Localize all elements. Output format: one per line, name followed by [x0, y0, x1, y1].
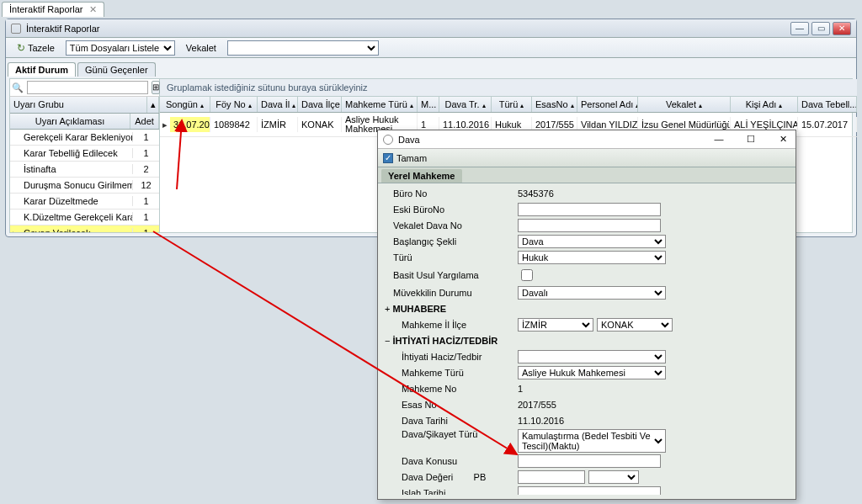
- ihtiyati-select[interactable]: [518, 350, 666, 363]
- window-title: İnteraktif Raporlar: [26, 24, 99, 34]
- grid-col[interactable]: M... ▴: [418, 97, 439, 112]
- sidebar-header-1[interactable]: Uyarı Grubu ▴: [10, 97, 159, 114]
- sidebar-item[interactable]: İstinafta2: [10, 162, 159, 178]
- sidebar-item-count: 1: [132, 148, 159, 158]
- buro-no-value: 5345376: [518, 188, 790, 199]
- app-tab[interactable]: İnteraktif Raporlar ✕: [2, 2, 104, 17]
- file-filter-select[interactable]: Tüm Dosyaları Listele: [66, 40, 175, 56]
- subtab-strip: Aktif Durum Günü Geçenler: [6, 58, 856, 77]
- tab-gunu-gecenler[interactable]: Günü Geçenler: [77, 62, 156, 77]
- grid-col[interactable]: EsasNo ▴: [532, 97, 577, 112]
- sidebar-item-count: 1: [132, 212, 159, 222]
- sidebar-item[interactable]: K.Düzeltme Gerekçeli Karar Bekleniyor1: [10, 210, 159, 225]
- tab-yerel-mahkeme[interactable]: Yerel Mahkeme: [381, 169, 462, 183]
- sidebar-item[interactable]: Duruşma Sonucu Girilmemiş12: [10, 178, 159, 194]
- tab-aktif-durum[interactable]: Aktif Durum: [8, 62, 76, 77]
- search-input[interactable]: [27, 81, 148, 94]
- minimize-button[interactable]: —: [790, 22, 809, 35]
- sidebar-item-count: 1: [132, 132, 159, 142]
- sidebar-item-count: 1: [132, 196, 159, 206]
- sidebar: 🔍 ⊞ ⊟ Uyarı Grubu ▴ Uyarı Açıklaması Ade…: [10, 79, 160, 232]
- tamam-label: Tamam: [396, 153, 427, 163]
- app-icon: [11, 24, 21, 34]
- refresh-button[interactable]: Tazele: [11, 40, 61, 56]
- app-tab-label: İnteraktif Raporlar: [9, 4, 82, 14]
- eski-buro-input[interactable]: [518, 203, 661, 216]
- maximize-button[interactable]: ▭: [811, 22, 830, 35]
- grid-col[interactable]: Dava İlçe ▴: [298, 97, 342, 112]
- grid-col[interactable]: Dava Tebell... ▴: [798, 97, 857, 112]
- sidebar-item[interactable]: ▸Cevap Verilecek1: [10, 225, 159, 232]
- group-hint: Gruplamak istediğiniz sütunu buraya sürü…: [160, 79, 857, 97]
- dialog-minimize-button[interactable]: —: [711, 134, 726, 145]
- sidebar-item-count: 2: [132, 164, 159, 174]
- basit-usul-checkbox[interactable]: [521, 268, 533, 282]
- turu-select[interactable]: Hukuk: [518, 251, 666, 264]
- grid-cell: 31.07.2017: [170, 117, 210, 132]
- grid-cell: 1089842: [210, 117, 258, 132]
- group-ihtiyati[interactable]: İHTİYATİ HACİZ/TEDBİR: [383, 336, 518, 346]
- dialog-close-button[interactable]: ✕: [775, 134, 790, 145]
- grid-col[interactable]: Mahkeme Türü ▴: [342, 97, 418, 112]
- close-icon[interactable]: ✕: [89, 4, 97, 14]
- chevron-up-icon: ▴: [147, 97, 159, 113]
- sidebar-item-label: K.Düzeltme Gerekçeli Karar Bekleniyor: [20, 210, 132, 225]
- grid-cell: KONAK: [298, 117, 342, 132]
- grid-col[interactable]: Vekalet ▴: [638, 97, 731, 112]
- sidebar-header-2[interactable]: Uyarı Açıklaması Adet: [10, 114, 159, 130]
- sidebar-item-count: 1: [132, 228, 159, 232]
- sidebar-item-count: 12: [132, 180, 159, 190]
- sidebar-item-label: Duruşma Sonucu Girilmemiş: [20, 178, 132, 193]
- grid-header[interactable]: Songün ▴Föy No ▴Dava İl ▴Dava İlçe ▴Mahk…: [160, 97, 857, 113]
- mahkeme-il-select[interactable]: İZMİR: [518, 318, 593, 332]
- sikayet-select[interactable]: Kamulaştırma (Bedel Tesbiti Ve Tescil)(M…: [518, 429, 666, 453]
- sidebar-item-label: Gerekçeli Karar Bekleniyor: [20, 130, 132, 145]
- grid-col[interactable]: Kişi Adı ▴: [731, 97, 798, 112]
- grid-col[interactable]: Songün ▴: [160, 97, 210, 112]
- vekalet-label: Vekalet: [180, 41, 222, 55]
- grid-col[interactable]: Türü ▴: [492, 97, 532, 112]
- dialog-form: Büro No5345376 Eski BüroNo Vekalet Dava …: [378, 183, 795, 495]
- titlebar: İnteraktif Raporlar — ▭ ✕: [6, 19, 856, 38]
- sidebar-item-label: Karar Tebelliğ Edilecek: [20, 146, 132, 161]
- dialog-titlebar: Dava — ☐ ✕: [378, 130, 795, 149]
- group-muhabere[interactable]: MUHABERE: [383, 304, 518, 314]
- grid-col[interactable]: Föy No ▴: [210, 97, 258, 112]
- vekalet-select[interactable]: [227, 40, 379, 56]
- dava-konusu-input[interactable]: [518, 454, 661, 468]
- mahkeme-ilce-select[interactable]: KONAK: [597, 318, 673, 332]
- expand-button[interactable]: ⊞: [152, 81, 160, 94]
- close-button[interactable]: ✕: [833, 22, 851, 35]
- grid-col[interactable]: Dava Tr. ▴: [439, 97, 492, 112]
- dialog-icon: [383, 135, 393, 145]
- sidebar-item-label: Cevap Verilecek: [20, 225, 132, 232]
- baslangic-select[interactable]: Dava: [518, 235, 666, 248]
- search-icon: 🔍: [12, 82, 24, 93]
- toolbar: Tazele Tüm Dosyaları Listele Vekalet: [6, 38, 856, 58]
- check-icon[interactable]: ✓: [383, 153, 393, 163]
- sidebar-item-label: İstinafta: [20, 162, 132, 177]
- grid-col[interactable]: Personel Adı ▴: [577, 97, 638, 112]
- sidebar-item[interactable]: Karar Tebelliğ Edilecek1: [10, 146, 159, 162]
- islah-input[interactable]: [518, 486, 661, 495]
- dialog-title: Dava: [398, 135, 420, 145]
- vekalet-dava-input[interactable]: [518, 219, 661, 232]
- refresh-icon: [17, 42, 25, 54]
- mahkeme-turu-select[interactable]: Asliye Hukuk Mahkemesi: [518, 366, 666, 379]
- grid-cell: İZMİR: [258, 117, 298, 132]
- sidebar-item[interactable]: Gerekçeli Karar Bekleniyor1: [10, 130, 159, 146]
- sidebar-item[interactable]: Karar Düzeltmede1: [10, 194, 159, 210]
- dava-dialog: Dava — ☐ ✕ ✓ Tamam Yerel Mahkeme Büro No…: [377, 130, 796, 500]
- grid-col[interactable]: Dava İl ▴: [258, 97, 298, 112]
- dava-degeri-input[interactable]: [518, 470, 585, 484]
- muvekkil-select[interactable]: Davalı: [518, 286, 666, 300]
- sidebar-item-label: Karar Düzeltmede: [20, 194, 132, 209]
- dialog-maximize-button[interactable]: ☐: [743, 134, 758, 145]
- grid-cell: 15.07.2017: [798, 117, 857, 132]
- pb-select[interactable]: [588, 470, 639, 484]
